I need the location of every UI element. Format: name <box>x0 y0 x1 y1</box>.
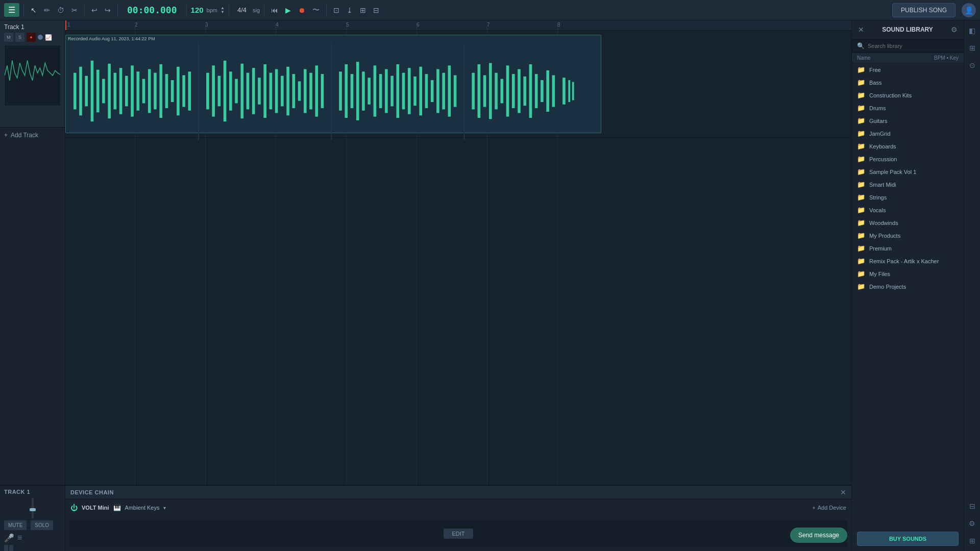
device-name-label: VOLT Mini <box>82 505 109 511</box>
svg-rect-17 <box>148 69 151 113</box>
library-item[interactable]: 📁Guitars <box>852 114 964 127</box>
library-item[interactable]: 📁JamGrid <box>852 127 964 140</box>
library-item[interactable]: 📁Bass <box>852 76 964 89</box>
svg-rect-81 <box>552 75 555 107</box>
folder-icon: 📁 <box>857 270 865 278</box>
side-icon-5[interactable]: ⚙ <box>967 517 977 530</box>
svg-rect-79 <box>541 80 544 102</box>
library-item[interactable]: 📁Free <box>852 63 964 76</box>
library-header-icons: ⚙ <box>951 26 958 34</box>
library-item[interactable]: 📁Demo Projects <box>852 280 964 293</box>
svg-rect-26 <box>212 65 215 116</box>
library-item[interactable]: 📁Smart Midi <box>852 178 964 191</box>
rewind-button[interactable]: ⏮ <box>268 4 281 16</box>
menu-button[interactable]: ☰ <box>4 3 19 17</box>
time-sig-display[interactable]: 4/4 <box>237 6 247 14</box>
record-arm-button[interactable]: ● <box>27 33 36 42</box>
scissors-tool-button[interactable]: ✂ <box>69 4 80 16</box>
playhead[interactable] <box>65 20 66 30</box>
mic-icon[interactable]: 🎤 <box>4 533 14 543</box>
folder-icon: 📁 <box>857 232 865 239</box>
svg-rect-76 <box>523 77 526 106</box>
library-item[interactable]: 📁Percussion <box>852 153 964 165</box>
svg-rect-75 <box>518 69 521 113</box>
svg-rect-45 <box>321 74 324 108</box>
clock-tool-button[interactable]: ⏱ <box>55 4 67 16</box>
record-button[interactable]: ⏺ <box>296 4 308 16</box>
arrange-button[interactable]: ⤓ <box>344 4 355 16</box>
folder-icon: 📁 <box>857 155 865 163</box>
library-item[interactable]: 📁Drums <box>852 102 964 114</box>
library-settings-icon[interactable]: ⚙ <box>951 26 958 34</box>
device-power-button[interactable]: ⏻ <box>70 504 78 512</box>
device-midi-icon: 🎹 <box>113 504 121 511</box>
edit-button[interactable]: EDIT <box>444 529 473 539</box>
library-close-button[interactable]: ✕ <box>858 26 864 34</box>
volume-knob[interactable] <box>38 35 43 40</box>
mute-button[interactable]: M <box>4 33 13 42</box>
library-item[interactable]: 📁My Files <box>852 267 964 280</box>
side-icon-2[interactable]: ⊞ <box>967 42 977 54</box>
add-device-button[interactable]: + Add Device <box>812 505 846 511</box>
buy-sounds-button[interactable]: BUY SOUNDS <box>857 532 959 546</box>
user-avatar[interactable]: 👤 <box>962 3 976 17</box>
track1-thumbnail <box>4 45 61 106</box>
solo-button[interactable]: S <box>15 33 24 42</box>
cursor-tool-button[interactable]: ↖ <box>28 4 39 16</box>
search-input[interactable] <box>868 43 959 49</box>
redo-button[interactable]: ↪ <box>102 4 113 16</box>
play-button[interactable]: ▶ <box>283 4 293 16</box>
library-item[interactable]: 📁Strings <box>852 191 964 204</box>
automation-icon[interactable]: 📈 <box>45 34 52 41</box>
tilde-button[interactable]: 〜 <box>310 4 322 17</box>
mute-label-button[interactable]: MUTE <box>4 520 27 530</box>
undo-button[interactable]: ↩ <box>89 4 100 16</box>
divider-2 <box>84 4 85 16</box>
device-chain-close-button[interactable]: ✕ <box>840 488 846 496</box>
svg-rect-72 <box>501 79 504 104</box>
divider-4 <box>186 4 187 16</box>
volume-fader-track <box>32 498 34 518</box>
side-icon-3[interactable]: ⊙ <box>967 59 977 71</box>
publish-song-button[interactable]: PUBLISH SONG <box>892 3 955 17</box>
sound-library-panel: ✕ SOUND LIBRARY ⚙ 🔍 Name BPM • Key 📁Free… <box>851 20 964 551</box>
grid-button[interactable]: ⊟ <box>371 4 382 16</box>
svg-rect-62 <box>431 80 434 102</box>
device-preset-label[interactable]: Ambient Keys <box>125 505 160 511</box>
folder-icon: 📁 <box>857 104 865 112</box>
library-item[interactable]: 📁My Products <box>852 229 964 242</box>
volume-fader-thumb[interactable] <box>30 508 36 511</box>
eq-icon[interactable]: ≡ <box>17 533 22 543</box>
device-dropdown-button[interactable]: ▾ <box>163 505 166 511</box>
divider-5 <box>229 4 229 16</box>
meter-bar-l <box>4 545 8 551</box>
library-item[interactable]: 📁Remix Pack - Artik x Kacher <box>852 255 964 267</box>
svg-rect-48 <box>351 74 354 108</box>
library-item[interactable]: 📁Construction Kits <box>852 89 964 102</box>
side-icon-1[interactable]: ◧ <box>967 24 977 37</box>
bpm-display[interactable]: 120 <box>191 6 204 14</box>
svg-rect-69 <box>483 75 486 107</box>
library-item[interactable]: 📁Vocals <box>852 204 964 216</box>
side-icon-4[interactable]: ⊟ <box>967 500 977 512</box>
pencil-tool-button[interactable]: ✏ <box>41 4 53 16</box>
svg-rect-4 <box>74 73 77 110</box>
send-message-button[interactable]: Send message <box>790 528 847 543</box>
svg-rect-30 <box>235 79 238 104</box>
svg-rect-6 <box>85 76 88 107</box>
folder-icon: 📁 <box>857 283 865 290</box>
loop-button[interactable]: ⊡ <box>331 4 342 16</box>
solo-label-button[interactable]: SOLO <box>31 520 53 530</box>
quantize-button[interactable]: ⊞ <box>357 4 369 16</box>
side-icon-6[interactable]: ⊞ <box>967 535 977 547</box>
add-track-button[interactable]: + Add Track <box>0 128 65 143</box>
divider-6 <box>264 4 264 16</box>
library-item[interactable]: 📁Premium <box>852 242 964 255</box>
audio-clip[interactable]: Recorded Audio Aug 11, 2023, 1:44:22 PM <box>65 35 601 133</box>
bpm-arrows[interactable]: ▲▼ <box>220 6 225 14</box>
library-item[interactable]: 📁Sample Pack Vol 1 <box>852 165 964 178</box>
svg-rect-66 <box>454 75 457 107</box>
library-item[interactable]: 📁Woodwinds <box>852 216 964 229</box>
svg-rect-40 <box>292 74 296 108</box>
library-item[interactable]: 📁Keyboards <box>852 140 964 153</box>
